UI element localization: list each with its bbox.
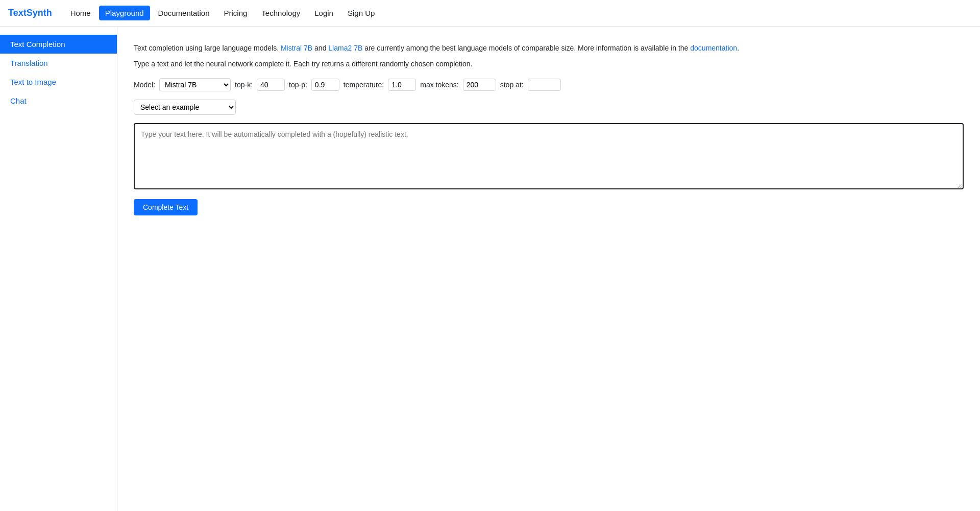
nav-documentation[interactable]: Documentation xyxy=(152,6,216,20)
nav-links: Home Playground Documentation Pricing Te… xyxy=(64,6,381,20)
topk-label: top-k: xyxy=(235,81,253,89)
maxtokens-input[interactable] xyxy=(463,79,496,91)
main-content: Text completion using large language mod… xyxy=(117,27,980,511)
layout: Text Completion Translation Text to Imag… xyxy=(0,27,980,511)
llama-link[interactable]: Llama2 7B xyxy=(328,44,362,52)
sidebar-item-text-completion[interactable]: Text Completion xyxy=(0,35,117,54)
nav-technology[interactable]: Technology xyxy=(255,6,306,20)
sub-description: Type a text and let the neural network c… xyxy=(134,60,964,68)
nav-login[interactable]: Login xyxy=(308,6,339,20)
example-select[interactable]: Select an example xyxy=(134,100,236,115)
topp-input[interactable] xyxy=(311,79,339,91)
sidebar: Text Completion Translation Text to Imag… xyxy=(0,27,117,511)
doc-link[interactable]: documentation xyxy=(690,44,737,52)
temperature-input[interactable] xyxy=(388,79,416,91)
nav-pricing[interactable]: Pricing xyxy=(218,6,254,20)
brand-logo[interactable]: TextSynth xyxy=(8,8,52,18)
complete-text-button[interactable]: Complete Text xyxy=(134,199,198,215)
nav-home[interactable]: Home xyxy=(64,6,97,20)
topk-input[interactable] xyxy=(257,79,285,91)
nav-playground[interactable]: Playground xyxy=(99,6,150,20)
nav-signup[interactable]: Sign Up xyxy=(341,6,381,20)
description-part1: Text completion using large language mod… xyxy=(134,44,281,52)
text-input-area[interactable] xyxy=(134,123,964,189)
sidebar-item-translation[interactable]: Translation xyxy=(0,54,117,72)
sidebar-item-text-to-image[interactable]: Text to Image xyxy=(0,72,117,91)
description-text: Text completion using large language mod… xyxy=(134,43,964,54)
sidebar-item-chat[interactable]: Chat xyxy=(0,91,117,110)
topp-label: top-p: xyxy=(289,81,307,89)
mistral-link[interactable]: Mistral 7B xyxy=(281,44,312,52)
model-select[interactable]: Mistral 7B Llama2 7B xyxy=(159,78,231,91)
stopat-label: stop at: xyxy=(500,81,524,89)
description-and: and xyxy=(312,44,328,52)
description-part2: are currently among the best language mo… xyxy=(362,44,690,52)
navbar: TextSynth Home Playground Documentation … xyxy=(0,0,980,27)
params-row: Model: Mistral 7B Llama2 7B top-k: top-p… xyxy=(134,78,964,91)
description-end: . xyxy=(737,44,739,52)
stopat-input[interactable] xyxy=(528,79,561,91)
temperature-label: temperature: xyxy=(344,81,384,89)
maxtokens-label: max tokens: xyxy=(420,81,458,89)
model-label: Model: xyxy=(134,81,155,89)
